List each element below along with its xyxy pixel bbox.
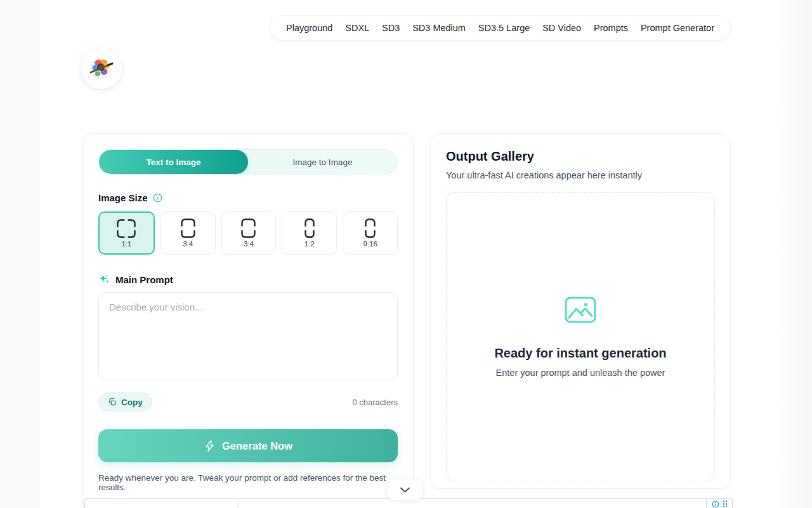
aspect-frame-icon (365, 218, 376, 238)
tab-text-to-image[interactable]: Text to Image (99, 150, 248, 174)
aspect-frame-icon (117, 219, 136, 238)
nav-item-prompts[interactable]: Prompts (590, 23, 632, 33)
copy-icon (108, 398, 117, 406)
aspect-ratio-group: 1:13:43:41:29:16 (98, 211, 398, 255)
nav-item-prompt-generator[interactable]: Prompt Generator (637, 23, 718, 33)
generate-now-button[interactable]: Generate Now (98, 429, 398, 462)
aspect-ratio-label: 1:1 (121, 240, 131, 248)
aspect-frame-icon (181, 218, 195, 238)
output-gallery-subtitle: Your ultra-fast AI creations appear here… (446, 170, 715, 180)
empty-state-title: Ready for instant generation (494, 346, 666, 361)
prompt-input[interactable] (98, 292, 398, 380)
paint-splash-logo-icon (87, 54, 116, 83)
aspect-ratio-3-4-b[interactable]: 3:4 (221, 211, 277, 255)
image-placeholder-icon (565, 297, 596, 323)
navbar: PlaygroundSDXLSD3SD3 MediumSD3.5 LargeSD… (270, 15, 731, 41)
aspect-ratio-label: 1:2 (304, 240, 315, 248)
chevron-down-icon (398, 483, 412, 497)
kebab-menu-icon[interactable] (723, 500, 728, 507)
nav-item-sd3-5-large[interactable]: SD3.5 Large (475, 23, 534, 33)
lightning-bolt-icon (204, 440, 216, 452)
nav-item-sd-video[interactable]: SD Video (539, 23, 585, 33)
aspect-ratio-3-4[interactable]: 3:4 (160, 211, 216, 255)
generator-panel: Text to Image Image to Image Image Size … (82, 133, 414, 508)
main-prompt-label: Main Prompt (115, 274, 173, 285)
info-circle-icon[interactable] (712, 500, 719, 508)
right-edge-tint (771, 0, 812, 508)
nav-item-sdxl[interactable]: SDXL (341, 23, 373, 33)
aspect-ratio-9-16[interactable]: 9:16 (343, 211, 398, 255)
aspect-ratio-1-1[interactable]: 1:1 (98, 211, 155, 255)
bottom-bar-widget (707, 499, 732, 508)
output-gallery-panel: Output Gallery Your ultra-fast AI creati… (430, 133, 731, 489)
nav-item-sd3-medium[interactable]: SD3 Medium (409, 23, 469, 33)
aspect-frame-icon (304, 218, 315, 238)
aspect-ratio-1-2[interactable]: 1:2 (282, 211, 337, 255)
mode-toggle: Text to Image Image to Image (98, 149, 398, 175)
tab-image-to-image[interactable]: Image to Image (248, 150, 397, 174)
aspect-ratio-label: 9:16 (363, 240, 377, 248)
character-count: 0 characters (352, 398, 398, 407)
bottom-bar-cell (85, 499, 239, 508)
left-gutter (0, 0, 39, 508)
copy-button-label: Copy (121, 398, 143, 407)
collapse-panel-button[interactable] (387, 479, 422, 500)
site-logo[interactable] (81, 48, 122, 89)
image-size-label: Image Size (98, 192, 148, 203)
generator-helper-text: Ready whenever you are. Tweak your promp… (98, 473, 398, 492)
sparkles-icon (98, 274, 110, 286)
aspect-frame-icon (241, 218, 256, 238)
nav-item-sd3[interactable]: SD3 (378, 23, 403, 33)
aspect-ratio-label: 3:4 (183, 240, 193, 248)
copy-button[interactable]: Copy (98, 392, 152, 411)
bottom-bar-cell (239, 499, 707, 508)
output-gallery-title: Output Gallery (446, 149, 715, 164)
gallery-empty-dropzone: Ready for instant generation Enter your … (446, 192, 715, 481)
nav-item-playground[interactable]: Playground (282, 23, 336, 33)
aspect-ratio-label: 3:4 (244, 240, 254, 248)
info-icon[interactable] (153, 193, 162, 203)
generate-now-label: Generate Now (222, 440, 292, 452)
empty-state-subtitle: Enter your prompt and unleash the power (496, 368, 665, 378)
